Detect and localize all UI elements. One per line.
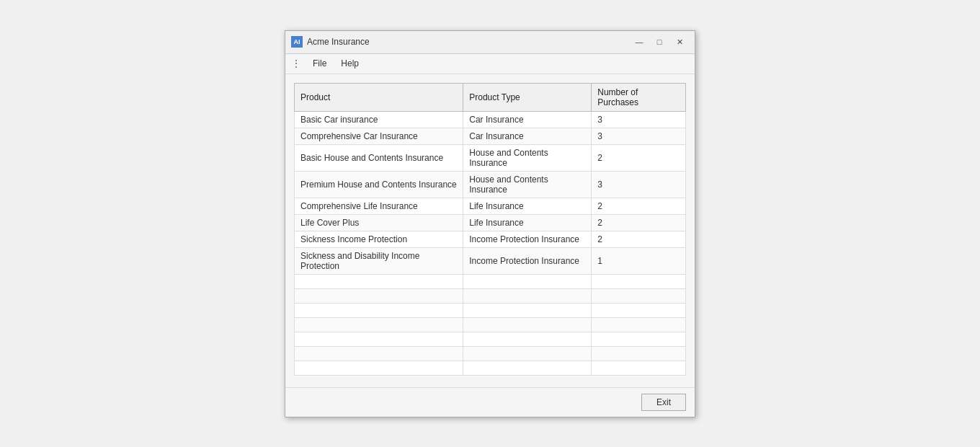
cell-purchases: 2 [592, 198, 686, 214]
cell-product: Comprehensive Life Insurance [295, 198, 463, 214]
cell-product: Sickness and Disability Income Protectio… [295, 247, 463, 274]
table-row[interactable]: Sickness Income ProtectionIncome Protect… [295, 231, 686, 247]
window-title: Acme Insurance [307, 37, 630, 47]
menu-dots-icon: ⋮ [288, 58, 304, 69]
empty-row [295, 303, 686, 317]
cell-product: Premium House and Contents Insurance [295, 171, 463, 198]
cell-purchases: 2 [592, 144, 686, 171]
column-header-product-type: Product Type [463, 83, 592, 111]
cell-product: Basic Car insurance [295, 111, 463, 128]
footer: Exit [285, 387, 695, 417]
table-row[interactable]: Sickness and Disability Income Protectio… [295, 247, 686, 274]
cell-product: Life Cover Plus [295, 214, 463, 231]
cell-purchases: 1 [592, 247, 686, 274]
cell-purchases: 3 [592, 128, 686, 144]
cell-product-type: Car Insurance [463, 111, 592, 128]
app-icon: AI [291, 36, 303, 48]
cell-product-type: Income Protection Insurance [463, 247, 592, 274]
menu-help[interactable]: Help [334, 56, 366, 71]
data-table: Product Product Type Number of Purchases… [294, 83, 686, 376]
maximize-button[interactable]: □ [650, 35, 669, 49]
empty-row [295, 346, 686, 360]
cell-product-type: House and Contents Insurance [463, 171, 592, 198]
cell-purchases: 2 [592, 231, 686, 247]
content-area: Product Product Type Number of Purchases… [285, 74, 695, 384]
empty-row [295, 274, 686, 288]
column-header-purchases: Number of Purchases [592, 83, 686, 111]
empty-row [295, 332, 686, 346]
cell-purchases: 3 [592, 111, 686, 128]
main-window: AI Acme Insurance — □ ✕ ⋮ File Help Prod… [285, 30, 695, 417]
cell-product-type: Life Insurance [463, 198, 592, 214]
cell-product-type: Income Protection Insurance [463, 231, 592, 247]
empty-row [295, 317, 686, 332]
empty-row [295, 360, 686, 375]
cell-product-type: Life Insurance [463, 214, 592, 231]
table-row[interactable]: Basic House and Contents InsuranceHouse … [295, 144, 686, 171]
menu-bar: ⋮ File Help [285, 54, 695, 74]
table-row[interactable]: Premium House and Contents InsuranceHous… [295, 171, 686, 198]
minimize-button[interactable]: — [630, 35, 649, 49]
cell-product: Comprehensive Car Insurance [295, 128, 463, 144]
table-body: Basic Car insuranceCar Insurance3Compreh… [295, 111, 686, 375]
cell-purchases: 2 [592, 214, 686, 231]
empty-row [295, 288, 686, 303]
cell-product: Sickness Income Protection [295, 231, 463, 247]
exit-button[interactable]: Exit [641, 394, 686, 411]
table-row[interactable]: Life Cover PlusLife Insurance2 [295, 214, 686, 231]
cell-product-type: House and Contents Insurance [463, 144, 592, 171]
table-row[interactable]: Comprehensive Life InsuranceLife Insuran… [295, 198, 686, 214]
table-row[interactable]: Comprehensive Car InsuranceCar Insurance… [295, 128, 686, 144]
cell-product-type: Car Insurance [463, 128, 592, 144]
column-header-product: Product [295, 83, 463, 111]
title-bar: AI Acme Insurance — □ ✕ [285, 31, 695, 54]
table-row[interactable]: Basic Car insuranceCar Insurance3 [295, 111, 686, 128]
close-button[interactable]: ✕ [670, 35, 689, 49]
window-controls: — □ ✕ [630, 35, 689, 49]
cell-product: Basic House and Contents Insurance [295, 144, 463, 171]
menu-file[interactable]: File [306, 56, 334, 71]
table-header-row: Product Product Type Number of Purchases [295, 83, 686, 111]
cell-purchases: 3 [592, 171, 686, 198]
